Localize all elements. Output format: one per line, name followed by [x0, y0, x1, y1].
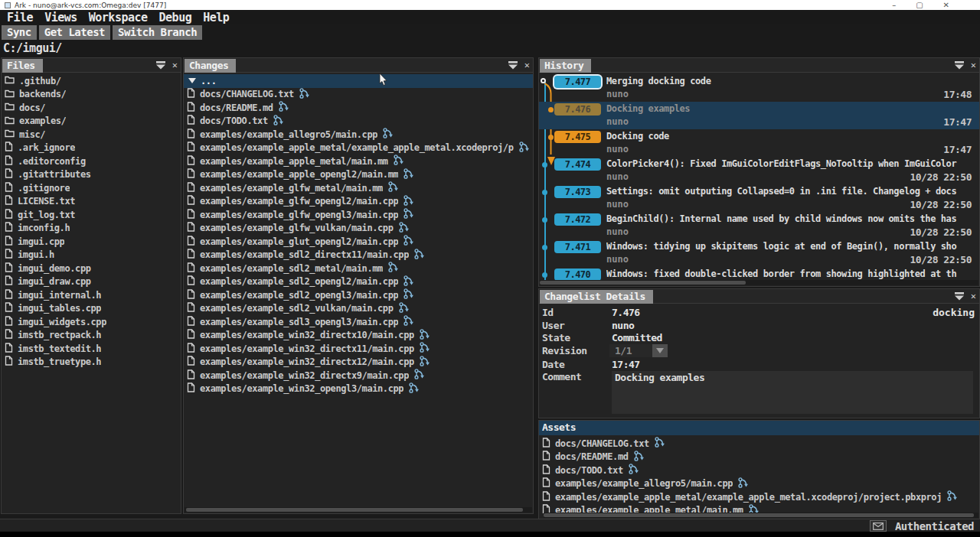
changed-file-row[interactable]: examples/example_sdl2_opengl2/main.cpp: [184, 275, 533, 289]
changed-file-row[interactable]: examples/example_win32_directx10/main.cp…: [184, 329, 533, 343]
file-tree-item[interactable]: backends/: [2, 88, 181, 102]
commit-row[interactable]: 7.477 Merging docking code nuno 17:48: [539, 74, 979, 102]
file-tree-item[interactable]: imgui_draw.cpp: [2, 275, 181, 289]
file-icon: [187, 88, 195, 98]
changed-file-row[interactable]: examples/example_glfw_metal/main.mm: [184, 181, 533, 195]
minimize-button[interactable]: –: [892, 0, 896, 10]
commit-row[interactable]: 7.471 Windows: tidying up skipitems logi…: [539, 239, 979, 267]
file-icon: [5, 209, 13, 219]
asset-file-row[interactable]: examples/example_apple_metal/example_app…: [539, 490, 979, 504]
changed-file-row[interactable]: docs/README.md: [184, 101, 533, 115]
menu-item[interactable]: File: [7, 11, 33, 24]
changed-file-row[interactable]: docs/TODO.txt: [184, 115, 533, 129]
file-tree-item[interactable]: imgui_widgets.cpp: [2, 315, 181, 329]
assets-hscrollbar[interactable]: [544, 513, 978, 518]
changed-file-row[interactable]: examples/example_win32_directx9/main.cpp: [184, 369, 533, 382]
changed-file-row[interactable]: examples/example_glfw_opengl3/main.cpp: [184, 208, 533, 222]
comment-textarea[interactable]: Docking examples: [612, 371, 973, 414]
changed-file-row[interactable]: examples/example_glfw_opengl2/main.cpp: [184, 195, 533, 209]
menu-item[interactable]: Workspace: [89, 11, 148, 24]
file-icon-slot: [187, 236, 195, 248]
filter-icon[interactable]: [155, 60, 166, 70]
file-tree-item[interactable]: imstb_rectpack.h: [2, 329, 181, 343]
revision-dropdown-button[interactable]: [652, 344, 668, 357]
changed-file-row[interactable]: examples/example_win32_opengl3/main.cpp: [184, 382, 533, 396]
menu-item[interactable]: Help: [203, 11, 229, 24]
changed-file-row[interactable]: examples/example_glut_opengl2/main.cpp: [184, 235, 533, 249]
file-tree-item[interactable]: git_log.txt: [2, 208, 181, 222]
close-panel-icon[interactable]: ✕: [524, 60, 530, 70]
file-tree-item[interactable]: imgui_demo.cpp: [2, 262, 181, 275]
file-tree-item[interactable]: .github/: [2, 74, 181, 88]
tab-history[interactable]: History: [540, 59, 591, 73]
commit-subject: ColorPicker4(): Fixed ImGuiColorEditFlag…: [606, 158, 976, 169]
changed-file-row[interactable]: examples/example_sdl2_opengl3/main.cpp: [184, 288, 533, 302]
file-tree-item[interactable]: imstb_truetype.h: [2, 356, 181, 369]
changed-file-row[interactable]: examples/example_allegro5/main.cpp: [184, 128, 533, 142]
asset-file-row[interactable]: docs/README.md: [539, 451, 979, 464]
file-tree-item[interactable]: LICENSE.txt: [2, 195, 181, 209]
maximize-button[interactable]: ▢: [916, 0, 923, 10]
changed-file-row[interactable]: examples/example_win32_directx11/main.cp…: [184, 342, 533, 356]
changed-file-row[interactable]: examples/example_apple_opengl2/main.mm: [184, 168, 533, 182]
changed-file-row[interactable]: examples/example_apple_metal/main.mm: [184, 155, 533, 168]
commit-row[interactable]: 7.473 Settings: omit outputing Collapsed…: [539, 184, 979, 212]
history-hscrollbar[interactable]: [540, 280, 978, 285]
changed-file-row[interactable]: examples/example_win32_directx12/main.cp…: [184, 356, 533, 369]
collapse-triangle-icon[interactable]: [188, 78, 196, 83]
file-tree-item[interactable]: examples/: [2, 115, 181, 129]
asset-file-row[interactable]: examples/example_allegro5/main.cpp: [539, 477, 979, 491]
scrollbar-thumb[interactable]: [186, 508, 523, 512]
close-panel-icon[interactable]: ✕: [971, 60, 976, 70]
file-tree-item[interactable]: imstb_textedit.h: [2, 342, 181, 356]
menu-item[interactable]: Debug: [159, 11, 192, 24]
file-tree-item[interactable]: imgui.h: [2, 249, 181, 262]
file-icon: [187, 209, 195, 219]
file-tree-item[interactable]: .gitattributes: [2, 168, 181, 182]
changed-file-row[interactable]: examples/example_sdl3_opengl3/main.cpp: [184, 315, 533, 329]
close-panel-icon[interactable]: ✕: [172, 60, 178, 70]
menu-item[interactable]: Views: [44, 11, 77, 24]
filter-icon[interactable]: [954, 60, 965, 70]
toolbar-button[interactable]: Get Latest: [39, 25, 110, 40]
changes-hscrollbar[interactable]: [185, 507, 532, 513]
toolbar-button[interactable]: Switch Branch: [113, 25, 202, 40]
filter-icon[interactable]: [508, 60, 518, 70]
filter-icon[interactable]: [954, 291, 965, 301]
changed-file-row[interactable]: examples/example_glfw_vulkan/main.cpp: [184, 222, 533, 236]
commit-row[interactable]: 7.476 Docking examples nuno 17:47: [539, 102, 979, 129]
file-icon-slot: [5, 236, 13, 248]
scrollbar-thumb[interactable]: [544, 513, 974, 517]
file-tree-item[interactable]: .ark_ignore: [2, 142, 181, 155]
toolbar-button[interactable]: Sync: [2, 25, 37, 40]
file-icon-slot: [187, 262, 195, 275]
commit-row[interactable]: 7.474 ColorPicker4(): Fixed ImGuiColorEd…: [539, 157, 979, 184]
assets-panel: Assets docs/CHANGELOG.txt docs/README.md: [538, 420, 980, 519]
close-button[interactable]: ✕: [943, 0, 949, 10]
file-tree-item[interactable]: docs/: [2, 101, 181, 115]
file-tree-item[interactable]: imgui_internal.h: [2, 288, 181, 302]
file-tree-item[interactable]: .editorconfig: [2, 155, 181, 168]
file-tree-item[interactable]: imconfig.h: [2, 222, 181, 236]
tab-changelist-details[interactable]: Changelist Details: [540, 290, 653, 304]
changed-file-row[interactable]: examples/example_sdl2_metal/main.mm: [184, 262, 533, 275]
scrollbar-thumb[interactable]: [540, 281, 746, 285]
changed-file-row[interactable]: examples/example_sdl2_vulkan/main.cpp: [184, 302, 533, 316]
changed-file-row[interactable]: docs/CHANGELOG.txt: [184, 88, 533, 102]
integrate-branch-icon: [387, 262, 399, 272]
changelist-group-row[interactable]: ...: [184, 74, 533, 88]
tab-changes[interactable]: Changes: [185, 59, 236, 73]
changed-file-row[interactable]: examples/example_sdl2_directx11/main.cpp: [184, 249, 533, 262]
file-tree-item[interactable]: .gitignore: [2, 181, 181, 195]
commit-date: 17:47: [943, 116, 972, 128]
commit-row[interactable]: 7.475 Docking code nuno 17:47: [539, 129, 979, 157]
asset-file-row[interactable]: docs/CHANGELOG.txt: [539, 437, 979, 451]
changed-file-row[interactable]: examples/example_apple_metal/example_app…: [184, 142, 533, 155]
file-tree-item[interactable]: imgui_tables.cpp: [2, 302, 181, 316]
commit-row[interactable]: 7.472 BeginChild(): Internal name used b…: [539, 212, 979, 239]
file-tree-item[interactable]: imgui.cpp: [2, 235, 181, 249]
asset-file-row[interactable]: docs/TODO.txt: [539, 464, 979, 477]
close-panel-icon[interactable]: ✕: [971, 291, 976, 301]
tab-files[interactable]: Files: [2, 59, 43, 73]
file-tree-item[interactable]: misc/: [2, 128, 181, 142]
